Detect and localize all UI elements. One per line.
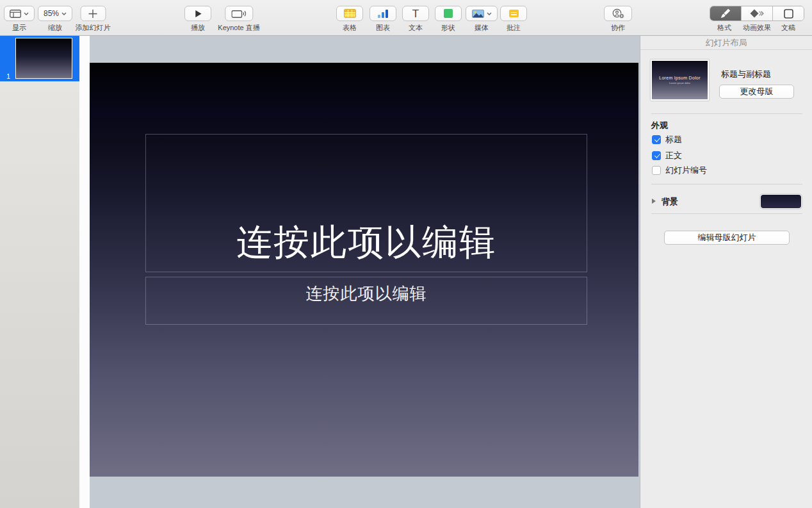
text-button[interactable]: T xyxy=(402,6,429,21)
view-menu[interactable]: 显示 xyxy=(4,6,35,33)
plus-icon xyxy=(88,9,98,19)
chevron-down-icon xyxy=(24,12,29,15)
title-placeholder-box[interactable]: 连按此项以编辑 xyxy=(145,134,587,272)
background-color-well[interactable] xyxy=(760,194,802,209)
chevron-down-icon xyxy=(61,12,67,15)
toolbar: 显示 85% 缩放 添加幻灯片 播放 Keynote 直播 xyxy=(0,0,812,36)
keynote-window: 显示 85% 缩放 添加幻灯片 播放 Keynote 直播 xyxy=(0,0,812,508)
shape-icon xyxy=(444,9,453,18)
view-button[interactable] xyxy=(4,6,35,21)
animate-diamond-icon xyxy=(750,9,764,18)
comment-label: 批注 xyxy=(507,23,521,33)
slide-number-checkbox[interactable] xyxy=(652,166,661,175)
inspector-segmented-control xyxy=(710,6,804,21)
navigator-divider xyxy=(79,36,90,508)
format-brush-icon xyxy=(720,8,731,19)
subtitle-placeholder-text: 连按此项以编辑 xyxy=(306,277,427,305)
play-button[interactable] xyxy=(184,6,211,21)
table-label: 表格 xyxy=(343,23,357,33)
disclosure-triangle-icon[interactable] xyxy=(652,199,656,204)
slide-navigator: 1 xyxy=(0,36,79,508)
format-label: 格式 xyxy=(717,23,731,33)
slide-thumbnail[interactable] xyxy=(15,38,72,79)
animate-label: 动画效果 xyxy=(743,23,771,33)
insert-media[interactable]: 媒体 xyxy=(466,6,498,33)
media-label: 媒体 xyxy=(475,23,489,33)
zoom-value: 85% xyxy=(44,9,59,18)
slide-editor[interactable]: 连按此项以编辑 连按此项以编辑 xyxy=(90,63,638,477)
media-icon xyxy=(472,10,484,18)
text-label: 文本 xyxy=(409,23,423,33)
insert-text[interactable]: T 文本 xyxy=(402,6,429,33)
chart-label: 图表 xyxy=(376,23,390,33)
collaborate-button[interactable] xyxy=(604,6,632,21)
shape-label: 形状 xyxy=(441,23,455,33)
table-button[interactable] xyxy=(336,6,363,21)
body-checkbox-label: 正文 xyxy=(665,150,682,161)
add-slide[interactable]: 添加幻灯片 xyxy=(76,6,111,33)
chart-icon xyxy=(378,10,388,18)
title-placeholder-text: 连按此项以编辑 xyxy=(236,222,496,272)
collaborate-icon xyxy=(612,8,624,19)
change-master-button[interactable]: 更改母版 xyxy=(719,85,794,99)
keynote-live[interactable]: Keynote 直播 xyxy=(218,6,259,33)
table-icon xyxy=(344,9,356,18)
add-slide-label: 添加幻灯片 xyxy=(76,23,111,33)
text-icon: T xyxy=(412,8,419,19)
slide-number-checkbox-label: 幻灯片编号 xyxy=(665,165,707,176)
zoom-menu[interactable]: 85% 缩放 xyxy=(38,6,72,33)
insert-comment[interactable]: 批注 xyxy=(500,6,527,33)
slide-number: 1 xyxy=(6,72,10,80)
format-inspector: 幻灯片布局 Lorem Ipsum Dolor Lorem ipsum dolo… xyxy=(640,36,812,508)
play-icon xyxy=(194,10,202,18)
insert-table[interactable]: 表格 xyxy=(336,6,363,33)
body-checkbox-row[interactable]: 正文 xyxy=(652,151,682,160)
media-button[interactable] xyxy=(466,6,498,21)
view-label: 显示 xyxy=(12,23,26,33)
master-name: 标题与副标题 xyxy=(721,69,771,80)
master-thumb-subtitle: Lorem ipsum dolor xyxy=(669,81,690,85)
subtitle-placeholder-box[interactable]: 连按此项以编辑 xyxy=(145,277,587,325)
title-checkbox-row[interactable]: 标题 xyxy=(652,135,682,144)
insert-shape[interactable]: 形状 xyxy=(435,6,462,33)
zoom-label: 缩放 xyxy=(48,23,62,33)
comment-icon xyxy=(509,10,519,17)
keynote-live-label: Keynote 直播 xyxy=(218,23,259,33)
divider xyxy=(651,184,802,184)
collaborate-label: 协作 xyxy=(611,23,625,33)
view-layout-icon xyxy=(10,10,21,18)
shape-button[interactable] xyxy=(435,6,462,21)
collaborate[interactable]: 协作 xyxy=(604,6,632,33)
play[interactable]: 播放 xyxy=(184,6,211,33)
chart-button[interactable] xyxy=(369,6,396,21)
title-checkbox-label: 标题 xyxy=(665,134,682,145)
tab-animate[interactable] xyxy=(742,6,773,20)
body-checkbox[interactable] xyxy=(652,151,661,160)
keynote-live-button[interactable] xyxy=(225,6,253,21)
inspector-title: 幻灯片布局 xyxy=(640,36,812,50)
add-slide-button[interactable] xyxy=(80,6,106,21)
document-icon xyxy=(784,9,793,19)
title-checkbox[interactable] xyxy=(652,135,661,144)
background-label: 背景 xyxy=(662,196,678,208)
master-slide-thumbnail[interactable]: Lorem Ipsum Dolor Lorem ipsum dolor xyxy=(651,60,709,101)
appearance-label: 外观 xyxy=(651,120,668,131)
slide-thumbnail-row[interactable]: 1 xyxy=(0,36,79,81)
divider xyxy=(651,113,802,114)
insert-chart[interactable]: 图表 xyxy=(369,6,396,33)
edit-master-slide-button[interactable]: 编辑母版幻灯片 xyxy=(664,231,790,245)
divider xyxy=(651,213,802,214)
document-label: 文稿 xyxy=(781,23,795,33)
master-thumb-title: Lorem Ipsum Dolor xyxy=(659,76,701,80)
comment-button[interactable] xyxy=(500,6,527,21)
play-label: 播放 xyxy=(191,23,205,33)
zoom-button[interactable]: 85% xyxy=(38,6,72,21)
tab-document[interactable] xyxy=(773,6,804,20)
slide-number-checkbox-row[interactable]: 幻灯片编号 xyxy=(652,165,707,175)
tab-format[interactable] xyxy=(710,6,742,20)
keynote-live-icon xyxy=(231,10,246,18)
background-row: 背景 xyxy=(652,194,802,209)
slide-canvas[interactable]: 连按此项以编辑 连按此项以编辑 xyxy=(90,36,640,508)
chevron-down-icon xyxy=(487,12,492,15)
